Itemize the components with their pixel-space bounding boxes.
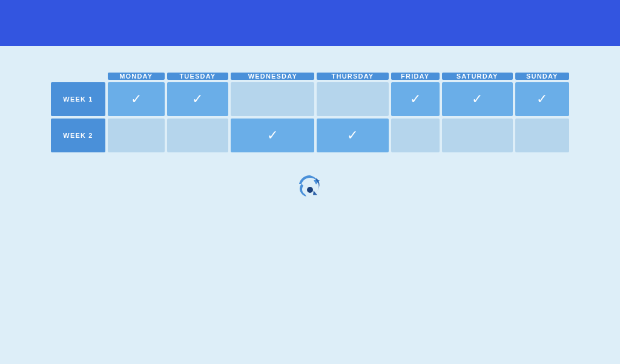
checkmark-icon: ✓ — [536, 91, 547, 106]
col-header-saturday: SATURDAY — [442, 73, 513, 80]
cell-week1-day4 — [317, 82, 388, 116]
cell-week1-day2: ✓ — [167, 82, 229, 116]
cell-week2-day2 — [167, 119, 229, 152]
cell-week1-day5: ✓ — [391, 82, 440, 116]
brand-logo-icon — [295, 172, 325, 201]
schedule-table: MONDAYTUESDAYWEDNESDAYTHURSDAYFRIDAYSATU… — [48, 70, 572, 155]
checkmark-icon: ✓ — [472, 91, 483, 106]
cell-week1-day3 — [231, 82, 314, 116]
col-header-sunday: SUNDAY — [515, 73, 569, 80]
checkmark-icon: ✓ — [192, 91, 203, 106]
col-header-monday: MONDAY — [108, 73, 165, 80]
logo-area — [295, 172, 325, 201]
cell-week2-day4: ✓ — [317, 119, 388, 152]
body: MONDAYTUESDAYWEDNESDAYTHURSDAYFRIDAYSATU… — [0, 46, 620, 219]
cell-week2-day7 — [515, 119, 569, 152]
svg-point-0 — [307, 187, 313, 193]
cell-week2-day3: ✓ — [231, 119, 314, 152]
col-header-tuesday: TUESDAY — [167, 73, 229, 80]
checkmark-icon: ✓ — [347, 128, 358, 143]
cell-week2-day5 — [391, 119, 440, 152]
table-row: WEEK 2✓✓ — [51, 119, 569, 152]
checkmark-icon: ✓ — [410, 91, 421, 106]
checkmark-icon: ✓ — [267, 128, 278, 143]
cell-week1-day6: ✓ — [442, 82, 513, 116]
empty-header-cell — [51, 73, 105, 80]
header — [0, 0, 620, 46]
cell-week1-day7: ✓ — [515, 82, 569, 116]
checkmark-icon: ✓ — [131, 91, 142, 106]
row-header-week1: WEEK 1 — [51, 82, 105, 116]
cell-week1-day1: ✓ — [108, 82, 165, 116]
row-header-week2: WEEK 2 — [51, 119, 105, 152]
col-header-wednesday: WEDNESDAY — [231, 73, 314, 80]
table-row: WEEK 1✓✓✓✓✓ — [51, 82, 569, 116]
cell-week2-day1 — [108, 119, 165, 152]
col-header-thursday: THURSDAY — [317, 73, 388, 80]
col-header-friday: FRIDAY — [391, 73, 440, 80]
cell-week2-day6 — [442, 119, 513, 152]
